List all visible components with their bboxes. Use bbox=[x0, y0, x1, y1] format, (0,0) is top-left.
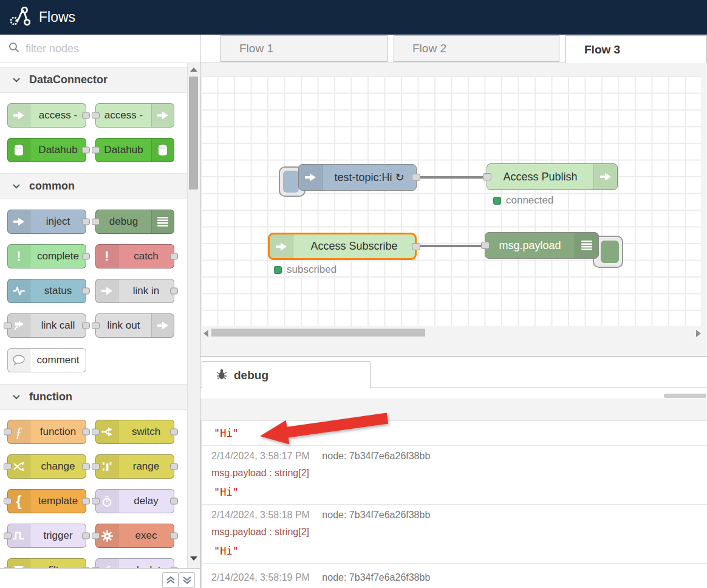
palette-node-exec[interactable]: exec bbox=[95, 524, 174, 548]
node-access-publish[interactable]: Access Publish bbox=[487, 163, 618, 190]
input-port[interactable] bbox=[4, 463, 12, 470]
input-port[interactable] bbox=[481, 242, 490, 249]
output-port[interactable] bbox=[82, 288, 90, 295]
tab-flow-1[interactable]: Flow 1 bbox=[220, 35, 388, 62]
output-port[interactable] bbox=[412, 174, 420, 181]
chevron-down-icon bbox=[12, 75, 21, 86]
payload-value: "Hi" bbox=[211, 486, 707, 498]
tab-flow-2[interactable]: Flow 2 bbox=[394, 35, 559, 62]
palette-node-filter[interactable]: filter bbox=[7, 558, 86, 568]
palette-node-complete[interactable]: ! complete bbox=[7, 244, 86, 268]
search-input[interactable] bbox=[24, 42, 179, 56]
scroll-up-icon[interactable] bbox=[190, 67, 197, 72]
funnel-icon bbox=[8, 559, 30, 568]
palette-node-status[interactable]: status bbox=[7, 279, 86, 303]
palette-node-catch[interactable]: ! catch bbox=[95, 244, 174, 268]
canvas-hscrollbar-thumb[interactable] bbox=[211, 329, 425, 337]
output-port[interactable] bbox=[170, 498, 178, 505]
input-port[interactable] bbox=[4, 533, 12, 539]
tab-debug[interactable]: debug bbox=[202, 361, 371, 388]
palette-sidebar: DataConnector access - access - Datahub … bbox=[0, 35, 200, 588]
input-port[interactable] bbox=[92, 147, 100, 154]
output-port[interactable] bbox=[82, 323, 90, 329]
input-port[interactable] bbox=[4, 323, 12, 329]
input-port[interactable] bbox=[92, 429, 100, 436]
chevron-down-icon bbox=[12, 181, 21, 192]
output-port[interactable] bbox=[82, 147, 90, 154]
output-port[interactable] bbox=[82, 533, 90, 539]
palette-node-link-out[interactable]: link out bbox=[95, 313, 174, 338]
output-port[interactable] bbox=[170, 253, 178, 260]
speech-bubble-icon bbox=[8, 349, 30, 372]
palette-node-function[interactable]: ƒ function bbox=[7, 420, 86, 444]
wire-inject-publish bbox=[417, 176, 488, 179]
debug-strip bbox=[200, 388, 707, 398]
palette-node-inject[interactable]: inject bbox=[7, 210, 86, 234]
output-port[interactable] bbox=[170, 429, 178, 436]
palette-node-link-call[interactable]: link call bbox=[7, 313, 86, 338]
collapse-all-button[interactable] bbox=[162, 572, 179, 588]
arrow-right-icon bbox=[151, 104, 174, 127]
output-port[interactable] bbox=[82, 219, 90, 225]
output-port[interactable] bbox=[82, 429, 90, 436]
debug-scrollbar-thumb[interactable] bbox=[664, 394, 706, 398]
input-port[interactable] bbox=[92, 463, 100, 470]
palette-node-range[interactable]: range bbox=[95, 454, 174, 479]
palette-node-access-out[interactable]: access - bbox=[95, 103, 174, 128]
node-access-subscribe[interactable]: Access Subscribe bbox=[268, 233, 417, 260]
palette-node-change[interactable]: change bbox=[7, 454, 86, 479]
link-arrow-icon bbox=[151, 314, 174, 337]
palette-node-trigger[interactable]: trigger bbox=[7, 524, 86, 548]
output-port[interactable] bbox=[170, 288, 178, 295]
node-id: node: 7b34f7e6a26f38bb bbox=[322, 510, 430, 520]
palette-node-link-in[interactable]: link in bbox=[95, 279, 174, 303]
input-port[interactable] bbox=[92, 112, 100, 119]
scrollbar-thumb[interactable] bbox=[189, 77, 198, 190]
link-arrow-icon bbox=[96, 279, 118, 303]
output-port[interactable] bbox=[82, 112, 90, 119]
expand-all-button[interactable] bbox=[179, 572, 195, 588]
palette-node-delay[interactable]: delay bbox=[95, 489, 174, 513]
flow-canvas[interactable]: test-topic:Hi ↻ Access Publish connected… bbox=[200, 63, 707, 356]
node-inject-test-topic[interactable]: test-topic:Hi ↻ bbox=[298, 164, 417, 191]
output-port[interactable] bbox=[170, 533, 178, 539]
scroll-right-icon[interactable] bbox=[696, 330, 701, 337]
input-port[interactable] bbox=[92, 498, 100, 505]
node-msg-payload[interactable]: msg.payload bbox=[485, 232, 599, 259]
arrow-right-icon bbox=[8, 210, 30, 233]
palette-node-switch[interactable]: switch bbox=[95, 420, 174, 444]
input-port[interactable] bbox=[4, 429, 12, 436]
category-function[interactable]: function bbox=[0, 384, 187, 410]
output-port[interactable] bbox=[170, 463, 178, 470]
palette-node-template[interactable]: { template bbox=[7, 489, 86, 513]
output-port[interactable] bbox=[82, 498, 90, 505]
palette-search bbox=[0, 35, 200, 63]
palette-node-calculate[interactable]: ƒ calculate bbox=[95, 558, 174, 568]
palette-node-datahub-out[interactable]: Datahub bbox=[95, 138, 174, 162]
output-port[interactable] bbox=[82, 463, 90, 470]
category-common[interactable]: common bbox=[0, 173, 187, 199]
input-port[interactable] bbox=[92, 219, 100, 225]
palette-scrollbar[interactable] bbox=[187, 63, 200, 568]
input-port[interactable] bbox=[483, 173, 491, 180]
bug-icon bbox=[216, 368, 228, 383]
output-port[interactable] bbox=[412, 243, 420, 250]
palette-node-datahub-in[interactable]: Datahub bbox=[7, 138, 86, 162]
debug-message: 2/14/2024, 3:58:17 PM node: 7b34f7e6a26f… bbox=[202, 446, 707, 505]
node-id: node: 7b34f7e6a26f38bb bbox=[322, 451, 430, 461]
palette-node-access-in[interactable]: access - bbox=[7, 103, 86, 128]
category-dataconnector[interactable]: DataConnector bbox=[0, 67, 187, 93]
node-id: node: 7b34f7e6a26f38bb bbox=[322, 572, 430, 583]
palette-node-debug[interactable]: debug bbox=[95, 210, 174, 234]
payload-type: msg.payload : string[2] bbox=[211, 527, 707, 538]
palette: DataConnector access - access - Datahub … bbox=[0, 63, 187, 568]
scroll-left-icon[interactable] bbox=[203, 330, 208, 337]
tab-flow-3[interactable]: Flow 3 bbox=[565, 35, 707, 63]
scroll-down-icon[interactable] bbox=[190, 556, 197, 561]
palette-node-comment[interactable]: comment bbox=[7, 348, 86, 372]
input-port[interactable] bbox=[92, 533, 100, 539]
input-port[interactable] bbox=[92, 323, 100, 329]
debug-toolbar bbox=[200, 398, 707, 421]
output-port[interactable] bbox=[82, 253, 90, 260]
input-port[interactable] bbox=[4, 498, 12, 505]
